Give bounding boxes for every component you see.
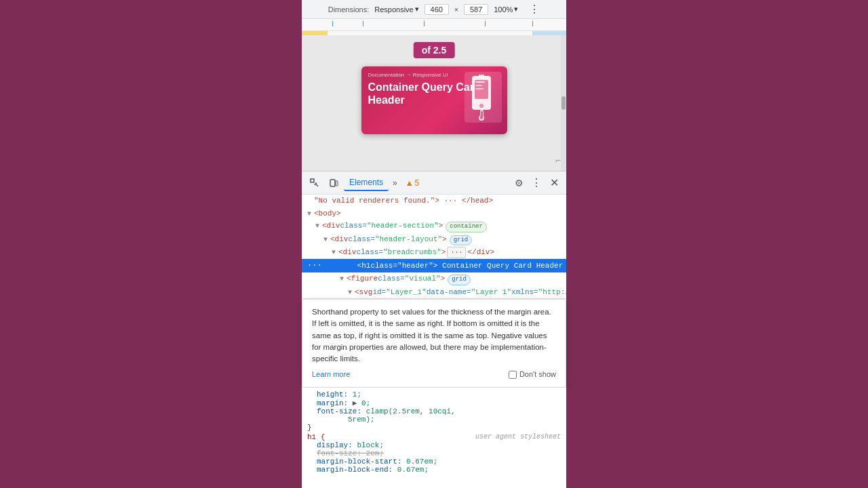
element-picker-button[interactable] <box>306 174 323 192</box>
zoom-value: 100% <box>494 5 513 14</box>
css-agent-label: user agent stylesheet <box>475 433 561 441</box>
of-badge: of 2.5 <box>414 42 455 58</box>
more-options-button[interactable]: ⋮ <box>529 3 540 16</box>
css-h1-selector: h1 { <box>307 433 325 441</box>
css-rule: height: 1; margin: ▶ 0; font-size: clamp… <box>307 390 561 432</box>
tree-arrow[interactable]: ▼ <box>323 235 330 245</box>
svg-rect-13 <box>336 181 338 186</box>
svg-point-10 <box>480 115 484 119</box>
tree-line: ▼ <figure class= "visual" > grid <box>302 272 566 286</box>
devtools-more-button[interactable]: ⋮ <box>528 175 545 191</box>
svg-rect-4 <box>475 81 485 83</box>
tooltip-text: Shorthand property to set values for the… <box>312 306 556 365</box>
devtools-close-button[interactable]: ✕ <box>546 175 562 191</box>
responsive-dropdown[interactable]: Responsive ▾ <box>374 5 418 14</box>
ruler-area <box>302 19 566 31</box>
css-height-prop: height: <box>317 390 353 399</box>
card-illustration <box>465 72 502 123</box>
tab-warnings[interactable]: ▲ 5 <box>401 176 424 190</box>
card-preview: Documentation → Responsive UI Container … <box>361 66 507 134</box>
width-input[interactable]: 460 <box>425 4 449 15</box>
resize-handle-icon[interactable]: ⌐ <box>555 155 561 165</box>
svg-rect-11 <box>311 179 314 182</box>
tree-arrow[interactable]: ▼ <box>348 287 355 298</box>
tree-line: ▼ <div class= "header-section" > contain… <box>302 220 566 233</box>
css-margin-block-start-prop: margin-block-start: <box>317 458 406 466</box>
dimensions-label: Dimensions: <box>328 5 370 14</box>
expand-dots-button[interactable]: ··· <box>447 247 466 258</box>
svg-rect-3 <box>479 75 484 77</box>
css-fontsize-strike-prop: font-size: <box>317 449 366 458</box>
preview-area: of 2.5 Documentation → Responsive UI Con… <box>302 35 566 171</box>
tree-arrow[interactable]: ▼ <box>340 274 347 284</box>
devtools-tabbar: Elements » ▲ 5 ⚙ ⋮ ✕ <box>302 171 566 195</box>
devtools-panel: Elements » ▲ 5 ⚙ ⋮ ✕ "No valid renderers… <box>302 171 566 488</box>
warning-triangle-icon: ▲ <box>406 178 414 188</box>
tooltip-popup: Shorthand property to set values for the… <box>302 299 566 388</box>
dont-show-checkbox[interactable] <box>509 371 517 379</box>
css-display-prop: display: <box>317 441 357 449</box>
responsive-label: Responsive <box>374 5 413 14</box>
warning-count: 5 <box>415 178 420 188</box>
css-margin-block-end-prop: margin-block-end: <box>317 466 397 474</box>
svg-point-2 <box>479 104 484 108</box>
devtools-settings-button[interactable]: ⚙ <box>511 175 527 191</box>
zoom-dropdown[interactable]: 100% ▾ <box>494 5 518 14</box>
tree-line: ▼ <div class= "header-layout" > grid <box>302 233 566 247</box>
line-dots: ··· <box>307 260 322 272</box>
css-margin-prop: margin: <box>317 399 353 407</box>
tree-line-selected[interactable]: ··· <h1 class= "header" > Container Quer… <box>302 259 566 272</box>
css-rule-h1: h1 { user agent stylesheet display: bloc… <box>307 433 561 474</box>
tree-line: ▼ <svg id= "Layer_1" data-name= "Layer 1… <box>302 286 566 299</box>
svg-rect-5 <box>475 85 482 86</box>
browser-panel: Dimensions: Responsive ▾ 460 × 587 100% … <box>302 0 566 488</box>
css-fontsize-prop: font-size: <box>317 407 366 415</box>
grid-badge: grid <box>450 235 473 246</box>
grid-badge-2: grid <box>448 274 471 285</box>
browser-toolbar: Dimensions: Responsive ▾ 460 × 587 100% … <box>302 0 566 19</box>
tree-line: "No valid renderers found."> ··· </head> <box>302 195 566 207</box>
tree-line: ▼ <body> <box>302 207 566 220</box>
css-panel: height: 1; margin: ▶ 0; font-size: clamp… <box>302 388 566 488</box>
zoom-arrow-icon: ▾ <box>514 5 518 14</box>
preview-scrollbar[interactable] <box>561 35 566 171</box>
tree-arrow[interactable]: ▼ <box>315 221 322 231</box>
dropdown-arrow-icon: ▾ <box>415 5 419 14</box>
tree-arrow[interactable]: ▼ <box>332 247 338 258</box>
svg-rect-6 <box>475 88 484 89</box>
preview-scrollbar-thumb <box>561 96 566 110</box>
learn-more-link[interactable]: Learn more <box>312 369 350 380</box>
tab-more-button[interactable]: » <box>390 176 400 190</box>
dont-show-label: Don't show <box>509 369 556 380</box>
tab-elements[interactable]: Elements <box>344 175 389 191</box>
tree-line: ▼ <div class= "breadcrumbs" > ··· </div> <box>302 246 566 259</box>
tree-arrow-body[interactable]: ▼ <box>307 209 314 219</box>
container-badge: container <box>446 222 487 232</box>
dimension-separator: × <box>454 5 458 14</box>
height-input[interactable]: 587 <box>464 4 488 15</box>
elements-tree: "No valid renderers found."> ··· </head>… <box>302 195 566 299</box>
device-toggle-button[interactable] <box>325 174 342 192</box>
svg-rect-12 <box>330 180 335 186</box>
